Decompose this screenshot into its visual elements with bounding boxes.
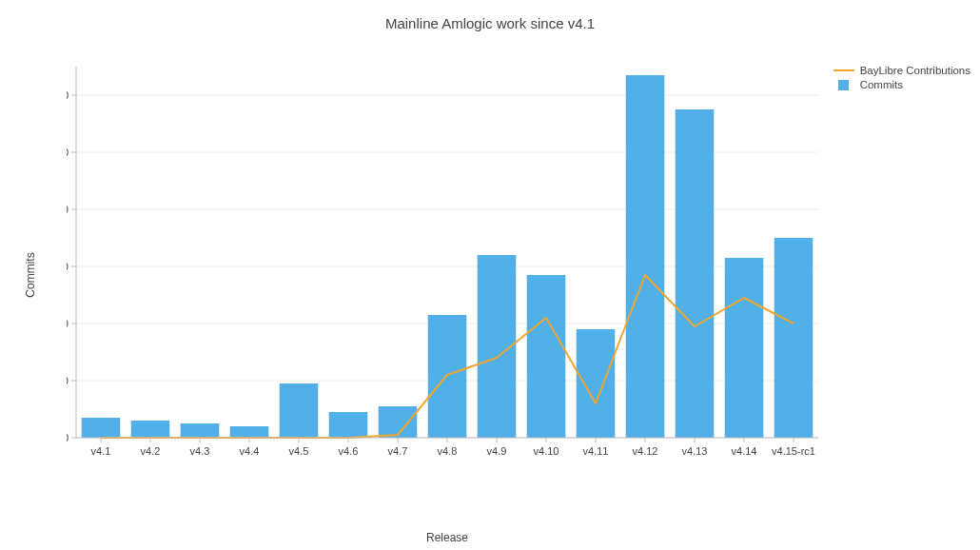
bar[interactable] [329, 412, 368, 438]
y-tick-label: 80 [67, 204, 69, 215]
x-tick-label: v4.12 [633, 445, 658, 457]
legend-label: Commits [860, 79, 903, 90]
bar[interactable] [577, 329, 616, 438]
line-swatch-icon [833, 69, 854, 71]
x-tick-label: v4.6 [339, 445, 359, 457]
y-tick-label: 20 [67, 375, 69, 386]
bar[interactable] [676, 109, 715, 438]
bar[interactable] [725, 258, 764, 438]
bar[interactable] [131, 421, 170, 438]
bar[interactable] [774, 238, 813, 438]
bar[interactable] [280, 383, 319, 438]
x-tick-label: v4.13 [682, 445, 708, 457]
x-tick-label: v4.2 [141, 445, 161, 457]
bar[interactable] [527, 275, 566, 438]
y-axis-label: Commits [24, 252, 37, 297]
x-tick-label: v4.3 [190, 445, 210, 457]
legend-label: BayLibre Contributions [860, 65, 970, 76]
x-tick-label: v4.5 [289, 445, 309, 457]
legend-item-baylibre[interactable]: BayLibre Contributions [833, 65, 970, 76]
x-tick-label: v4.14 [732, 445, 757, 457]
chart-container: Mainline Amlogic work since v4.1 Commits… [0, 0, 980, 550]
y-tick-label: 100 [67, 147, 69, 158]
x-tick-label: v4.8 [438, 445, 458, 457]
y-tick-label: 120 [67, 89, 69, 101]
y-tick-label: 40 [67, 318, 69, 329]
chart-title: Mainline Amlogic work since v4.1 [0, 15, 980, 31]
y-tick-label: 0 [67, 432, 69, 443]
x-tick-label: v4.4 [240, 445, 260, 457]
x-tick-label: v4.11 [583, 445, 609, 457]
bar-swatch-wrap [833, 80, 854, 90]
x-axis-label: Release [67, 531, 828, 544]
bar[interactable] [181, 423, 220, 438]
x-tick-label: v4.1 [91, 445, 111, 457]
x-tick-label: v4.7 [388, 445, 408, 457]
legend: BayLibre Contributions Commits [833, 65, 970, 93]
x-tick-label: v4.10 [534, 445, 559, 457]
bar[interactable] [379, 406, 418, 438]
x-tick-label: v4.9 [487, 445, 507, 457]
y-tick-label: 60 [67, 261, 69, 272]
legend-item-commits[interactable]: Commits [833, 79, 970, 90]
bar-swatch-icon [838, 80, 849, 90]
chart-plot: v4.1v4.2v4.3v4.4v4.5v4.6v4.7v4.8v4.9v4.1… [67, 57, 828, 476]
x-tick-label: v4.15-rc1 [772, 445, 815, 457]
bar[interactable] [82, 418, 121, 438]
bar[interactable] [626, 75, 665, 438]
bar[interactable] [230, 426, 269, 438]
